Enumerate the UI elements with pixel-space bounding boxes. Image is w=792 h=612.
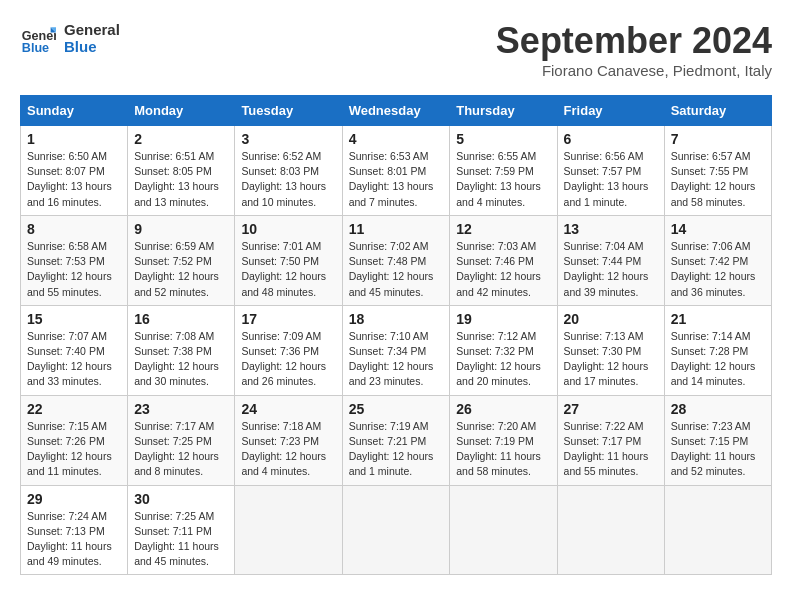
- day-info: Sunrise: 7:18 AM Sunset: 7:23 PM Dayligh…: [241, 419, 335, 480]
- calendar-cell: [450, 485, 557, 575]
- calendar-cell: 6Sunrise: 6:56 AM Sunset: 7:57 PM Daylig…: [557, 126, 664, 216]
- day-number: 12: [456, 221, 550, 237]
- day-info: Sunrise: 7:14 AM Sunset: 7:28 PM Dayligh…: [671, 329, 765, 390]
- calendar-cell: 19Sunrise: 7:12 AM Sunset: 7:32 PM Dayli…: [450, 305, 557, 395]
- day-number: 23: [134, 401, 228, 417]
- calendar-cell: 30Sunrise: 7:25 AM Sunset: 7:11 PM Dayli…: [128, 485, 235, 575]
- day-info: Sunrise: 7:24 AM Sunset: 7:13 PM Dayligh…: [27, 509, 121, 570]
- day-info: Sunrise: 7:06 AM Sunset: 7:42 PM Dayligh…: [671, 239, 765, 300]
- day-info: Sunrise: 7:20 AM Sunset: 7:19 PM Dayligh…: [456, 419, 550, 480]
- calendar-cell: 4Sunrise: 6:53 AM Sunset: 8:01 PM Daylig…: [342, 126, 450, 216]
- calendar-cell: 5Sunrise: 6:55 AM Sunset: 7:59 PM Daylig…: [450, 126, 557, 216]
- calendar-cell: [235, 485, 342, 575]
- title-block: September 2024 Fiorano Canavese, Piedmon…: [496, 20, 772, 79]
- calendar-cell: 11Sunrise: 7:02 AM Sunset: 7:48 PM Dayli…: [342, 215, 450, 305]
- calendar-body: 1Sunrise: 6:50 AM Sunset: 8:07 PM Daylig…: [21, 126, 772, 575]
- calendar-cell: 23Sunrise: 7:17 AM Sunset: 7:25 PM Dayli…: [128, 395, 235, 485]
- day-number: 20: [564, 311, 658, 327]
- day-number: 15: [27, 311, 121, 327]
- calendar-cell: 7Sunrise: 6:57 AM Sunset: 7:55 PM Daylig…: [664, 126, 771, 216]
- calendar-cell: 8Sunrise: 6:58 AM Sunset: 7:53 PM Daylig…: [21, 215, 128, 305]
- calendar-cell: 16Sunrise: 7:08 AM Sunset: 7:38 PM Dayli…: [128, 305, 235, 395]
- calendar-header-row: SundayMondayTuesdayWednesdayThursdayFrid…: [21, 96, 772, 126]
- day-info: Sunrise: 7:04 AM Sunset: 7:44 PM Dayligh…: [564, 239, 658, 300]
- day-number: 25: [349, 401, 444, 417]
- day-info: Sunrise: 7:19 AM Sunset: 7:21 PM Dayligh…: [349, 419, 444, 480]
- calendar-cell: [664, 485, 771, 575]
- weekday-header-saturday: Saturday: [664, 96, 771, 126]
- day-number: 24: [241, 401, 335, 417]
- day-number: 30: [134, 491, 228, 507]
- day-number: 17: [241, 311, 335, 327]
- calendar-week-5: 29Sunrise: 7:24 AM Sunset: 7:13 PM Dayli…: [21, 485, 772, 575]
- calendar-cell: 21Sunrise: 7:14 AM Sunset: 7:28 PM Dayli…: [664, 305, 771, 395]
- day-number: 8: [27, 221, 121, 237]
- day-info: Sunrise: 6:57 AM Sunset: 7:55 PM Dayligh…: [671, 149, 765, 210]
- day-number: 6: [564, 131, 658, 147]
- day-info: Sunrise: 7:10 AM Sunset: 7:34 PM Dayligh…: [349, 329, 444, 390]
- calendar-cell: 28Sunrise: 7:23 AM Sunset: 7:15 PM Dayli…: [664, 395, 771, 485]
- day-number: 22: [27, 401, 121, 417]
- day-info: Sunrise: 6:59 AM Sunset: 7:52 PM Dayligh…: [134, 239, 228, 300]
- calendar-cell: 2Sunrise: 6:51 AM Sunset: 8:05 PM Daylig…: [128, 126, 235, 216]
- day-info: Sunrise: 7:13 AM Sunset: 7:30 PM Dayligh…: [564, 329, 658, 390]
- page-header: General Blue General Blue September 2024…: [20, 20, 772, 79]
- weekday-header-wednesday: Wednesday: [342, 96, 450, 126]
- calendar-table: SundayMondayTuesdayWednesdayThursdayFrid…: [20, 95, 772, 575]
- day-number: 18: [349, 311, 444, 327]
- day-info: Sunrise: 6:53 AM Sunset: 8:01 PM Dayligh…: [349, 149, 444, 210]
- day-info: Sunrise: 7:25 AM Sunset: 7:11 PM Dayligh…: [134, 509, 228, 570]
- day-number: 10: [241, 221, 335, 237]
- day-number: 4: [349, 131, 444, 147]
- calendar-cell: 24Sunrise: 7:18 AM Sunset: 7:23 PM Dayli…: [235, 395, 342, 485]
- weekday-header-sunday: Sunday: [21, 96, 128, 126]
- logo-icon: General Blue: [20, 20, 56, 56]
- calendar-cell: [342, 485, 450, 575]
- day-info: Sunrise: 7:01 AM Sunset: 7:50 PM Dayligh…: [241, 239, 335, 300]
- day-info: Sunrise: 7:03 AM Sunset: 7:46 PM Dayligh…: [456, 239, 550, 300]
- month-title: September 2024: [496, 20, 772, 62]
- logo-line1: General: [64, 21, 120, 38]
- calendar-cell: 22Sunrise: 7:15 AM Sunset: 7:26 PM Dayli…: [21, 395, 128, 485]
- calendar-cell: 25Sunrise: 7:19 AM Sunset: 7:21 PM Dayli…: [342, 395, 450, 485]
- calendar-week-2: 8Sunrise: 6:58 AM Sunset: 7:53 PM Daylig…: [21, 215, 772, 305]
- day-info: Sunrise: 6:50 AM Sunset: 8:07 PM Dayligh…: [27, 149, 121, 210]
- day-number: 11: [349, 221, 444, 237]
- day-number: 3: [241, 131, 335, 147]
- day-info: Sunrise: 7:08 AM Sunset: 7:38 PM Dayligh…: [134, 329, 228, 390]
- calendar-cell: 13Sunrise: 7:04 AM Sunset: 7:44 PM Dayli…: [557, 215, 664, 305]
- day-number: 1: [27, 131, 121, 147]
- day-number: 5: [456, 131, 550, 147]
- day-number: 2: [134, 131, 228, 147]
- day-info: Sunrise: 6:55 AM Sunset: 7:59 PM Dayligh…: [456, 149, 550, 210]
- day-number: 16: [134, 311, 228, 327]
- day-info: Sunrise: 7:23 AM Sunset: 7:15 PM Dayligh…: [671, 419, 765, 480]
- calendar-cell: 15Sunrise: 7:07 AM Sunset: 7:40 PM Dayli…: [21, 305, 128, 395]
- calendar-cell: 18Sunrise: 7:10 AM Sunset: 7:34 PM Dayli…: [342, 305, 450, 395]
- location: Fiorano Canavese, Piedmont, Italy: [496, 62, 772, 79]
- calendar-cell: 12Sunrise: 7:03 AM Sunset: 7:46 PM Dayli…: [450, 215, 557, 305]
- day-number: 28: [671, 401, 765, 417]
- day-info: Sunrise: 7:09 AM Sunset: 7:36 PM Dayligh…: [241, 329, 335, 390]
- day-info: Sunrise: 6:52 AM Sunset: 8:03 PM Dayligh…: [241, 149, 335, 210]
- logo: General Blue General Blue: [20, 20, 120, 56]
- day-number: 7: [671, 131, 765, 147]
- day-info: Sunrise: 7:15 AM Sunset: 7:26 PM Dayligh…: [27, 419, 121, 480]
- calendar-cell: 26Sunrise: 7:20 AM Sunset: 7:19 PM Dayli…: [450, 395, 557, 485]
- day-info: Sunrise: 7:17 AM Sunset: 7:25 PM Dayligh…: [134, 419, 228, 480]
- day-number: 27: [564, 401, 658, 417]
- day-info: Sunrise: 6:58 AM Sunset: 7:53 PM Dayligh…: [27, 239, 121, 300]
- calendar-cell: 9Sunrise: 6:59 AM Sunset: 7:52 PM Daylig…: [128, 215, 235, 305]
- calendar-cell: 20Sunrise: 7:13 AM Sunset: 7:30 PM Dayli…: [557, 305, 664, 395]
- day-info: Sunrise: 6:51 AM Sunset: 8:05 PM Dayligh…: [134, 149, 228, 210]
- calendar-cell: 3Sunrise: 6:52 AM Sunset: 8:03 PM Daylig…: [235, 126, 342, 216]
- day-number: 19: [456, 311, 550, 327]
- weekday-header-monday: Monday: [128, 96, 235, 126]
- day-info: Sunrise: 7:07 AM Sunset: 7:40 PM Dayligh…: [27, 329, 121, 390]
- day-info: Sunrise: 7:02 AM Sunset: 7:48 PM Dayligh…: [349, 239, 444, 300]
- weekday-header-thursday: Thursday: [450, 96, 557, 126]
- calendar-cell: 14Sunrise: 7:06 AM Sunset: 7:42 PM Dayli…: [664, 215, 771, 305]
- day-info: Sunrise: 7:22 AM Sunset: 7:17 PM Dayligh…: [564, 419, 658, 480]
- svg-text:Blue: Blue: [22, 41, 49, 55]
- day-number: 13: [564, 221, 658, 237]
